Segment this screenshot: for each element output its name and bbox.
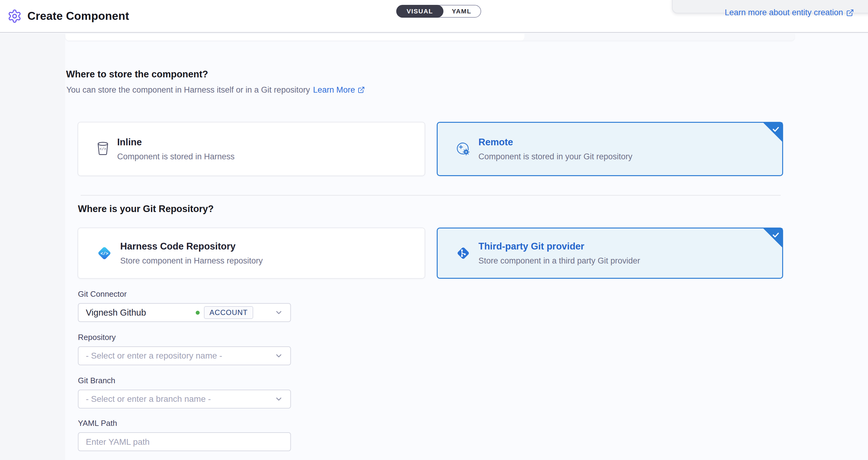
remote-storage-icon — [455, 141, 471, 157]
gear-icon — [7, 9, 22, 24]
toggle-visual[interactable]: VISUAL — [396, 5, 443, 18]
external-link-icon — [358, 86, 366, 94]
create-component-page: Create Component VISUAL YAML Learn more … — [0, 0, 868, 460]
card-remote-title: Remote — [478, 137, 632, 148]
section-divider — [81, 195, 781, 196]
card-remote[interactable]: Remote Component is stored in your Git r… — [437, 122, 783, 176]
store-section-description: You can store the component in Harness i… — [66, 85, 366, 95]
external-link-icon — [846, 9, 854, 17]
chevron-down-icon — [275, 395, 283, 403]
svg-text:</>: </> — [101, 252, 108, 256]
store-section-heading: Where to store the component? — [66, 69, 208, 80]
harness-code-icon: </> — [96, 245, 113, 262]
git-connector-select[interactable]: Vignesh Github ACCOUNT — [78, 303, 291, 322]
repository-placeholder: - Select or enter a repository name - — [86, 351, 222, 361]
chevron-down-icon — [275, 308, 283, 317]
git-connector-value: Vignesh Github — [86, 308, 146, 318]
yaml-path-label: YAML Path — [78, 419, 117, 428]
card-remote-subtitle: Component is stored in your Git reposito… — [478, 152, 632, 162]
connector-status-dot — [196, 311, 200, 315]
scrolled-panel-bottom — [65, 34, 795, 40]
check-icon — [772, 125, 780, 134]
repo-section-heading: Where is your Git Repository? — [78, 203, 214, 214]
repository-label: Repository — [78, 333, 116, 342]
git-branch-label: Git Branch — [78, 376, 115, 385]
git-branch-placeholder: - Select or enter a branch name - — [86, 394, 211, 404]
learn-more-entity-label: Learn more about entity creation — [725, 8, 843, 17]
git-branch-select[interactable]: - Select or enter a branch name - — [78, 390, 291, 408]
git-provider-icon — [455, 245, 471, 261]
card-harness-code-subtitle: Store component in Harness repository — [120, 256, 262, 266]
learn-more-link[interactable]: Learn More — [313, 85, 365, 95]
repository-select[interactable]: - Select or enter a repository name - — [78, 346, 291, 365]
card-harness-code[interactable]: </> Harness Code Repository Store compon… — [78, 228, 425, 279]
check-icon — [772, 231, 780, 239]
toggle-yaml[interactable]: YAML — [443, 5, 480, 17]
card-inline[interactable]: </> Inline Component is stored in Harnes… — [78, 122, 425, 176]
card-third-party-git[interactable]: Third-party Git provider Store component… — [437, 228, 783, 279]
page-title: Create Component — [27, 10, 129, 23]
scrolled-panel-bottom-left — [65, 34, 524, 40]
inline-storage-icon: </> — [96, 141, 110, 156]
card-inline-subtitle: Component is stored in Harness — [117, 152, 235, 162]
visual-yaml-toggle: VISUAL YAML — [396, 5, 481, 18]
yaml-path-input[interactable] — [78, 432, 291, 451]
git-connector-label: Git Connector — [78, 289, 127, 299]
svg-text:</>: </> — [99, 147, 106, 151]
card-third-party-git-title: Third-party Git provider — [478, 241, 640, 252]
card-third-party-git-subtitle: Store component in a third party Git pro… — [478, 256, 640, 266]
card-inline-title: Inline — [117, 137, 235, 148]
page-left-gutter — [0, 34, 65, 460]
card-harness-code-title: Harness Code Repository — [120, 241, 262, 252]
chevron-down-icon — [275, 351, 283, 360]
learn-more-entity-link[interactable]: Learn more about entity creation — [725, 8, 854, 17]
scope-badge: ACCOUNT — [204, 306, 253, 319]
